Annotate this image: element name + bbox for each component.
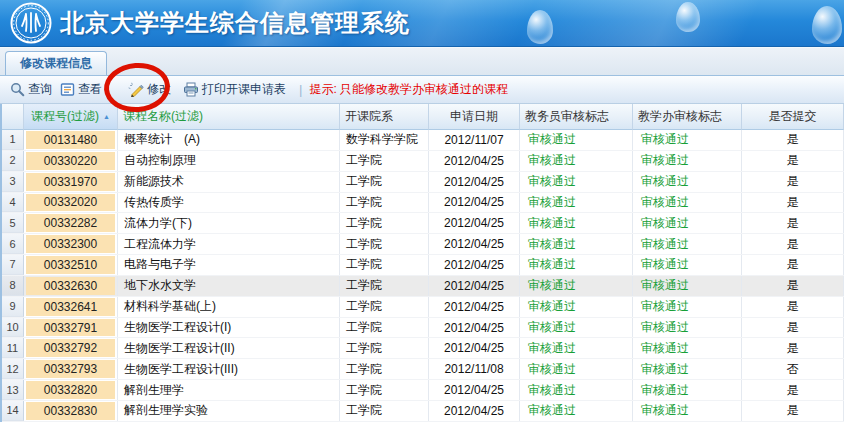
table-row[interactable]: 3 00331970 新能源技术 工学院 2012/04/25 审核通过 审核通… <box>2 172 844 193</box>
toolbar-separator: | <box>299 82 302 97</box>
apply-date-cell: 2012/11/07 <box>429 130 520 150</box>
tab-modify-course-info[interactable]: 修改课程信息 <box>5 51 107 75</box>
row-number-cell: 2 <box>2 151 24 171</box>
table-row[interactable]: 2 00330220 自动控制原理 工学院 2012/04/25 审核通过 审核… <box>2 151 844 172</box>
course-name-cell[interactable]: 解剖生理学实验 <box>118 401 340 421</box>
course-id-cell[interactable]: 00332020 <box>24 193 118 213</box>
course-id-cell[interactable]: 00332510 <box>24 255 118 275</box>
course-id-cell[interactable]: 00332820 <box>24 380 118 400</box>
department-cell: 工学院 <box>340 401 429 421</box>
office-review-cell: 审核通过 <box>633 359 742 379</box>
staff-review-cell: 审核通过 <box>520 276 633 296</box>
course-id-cell[interactable]: 00332282 <box>24 213 118 233</box>
header-office-review[interactable]: 教学办审核标志 <box>633 104 742 130</box>
course-name-cell[interactable]: 概率统计 (A) <box>118 130 340 150</box>
course-name-cell[interactable]: 生物医学工程设计(III) <box>118 359 340 379</box>
view-button[interactable]: 查看 <box>56 79 106 100</box>
apply-date-cell: 2012/04/25 <box>429 151 520 171</box>
apply-date-cell: 2012/04/25 <box>429 276 520 296</box>
submitted-cell: 是 <box>742 213 844 233</box>
table-row[interactable]: 6 00332300 工程流体力学 工学院 2012/04/25 审核通过 审核… <box>2 234 844 255</box>
office-review-cell: 审核通过 <box>633 318 742 338</box>
modify-button[interactable]: 修改 <box>124 79 175 100</box>
water-drop-icon <box>812 6 842 44</box>
staff-review-cell: 审核通过 <box>520 213 633 233</box>
print-application-button[interactable]: 打印开课申请表 <box>179 79 290 100</box>
table-row[interactable]: 11 00332792 生物医学工程设计(II) 工学院 2012/04/25 … <box>2 338 844 359</box>
table-row[interactable]: 7 00332510 电路与电子学 工学院 2012/04/25 审核通过 审核… <box>2 255 844 276</box>
header-staff-review[interactable]: 教务员审核标志 <box>520 104 633 130</box>
course-name-cell[interactable]: 流体力学(下) <box>118 213 340 233</box>
header-submitted[interactable]: 是否提交 <box>742 104 844 130</box>
apply-date-cell: 2012/04/25 <box>429 318 520 338</box>
row-number-cell: 14 <box>2 401 24 421</box>
course-name-cell[interactable]: 电路与电子学 <box>118 255 340 275</box>
course-name-cell[interactable]: 材料科学基础(上) <box>118 297 340 317</box>
table-row[interactable]: 1 00131480 概率统计 (A) 数学科学学院 2012/11/07 审核… <box>2 130 844 151</box>
course-id-cell[interactable]: 00332300 <box>24 234 118 254</box>
apply-date-cell: 2012/04/25 <box>429 255 520 275</box>
table-row[interactable]: 8 00332630 地下水水文学 工学院 2012/04/25 审核通过 审核… <box>2 276 844 297</box>
submitted-cell: 是 <box>742 380 844 400</box>
office-review-cell: 审核通过 <box>633 130 742 150</box>
row-number-cell: 9 <box>2 297 24 317</box>
course-id-cell[interactable]: 00131480 <box>24 130 118 150</box>
table-row[interactable]: 10 00332791 生物医学工程设计(I) 工学院 2012/04/25 审… <box>2 318 844 339</box>
course-id-cell[interactable]: 00332793 <box>24 359 118 379</box>
staff-review-cell: 审核通过 <box>520 380 633 400</box>
page-title: 北京大学学生综合信息管理系统 <box>60 7 410 39</box>
apply-date-cell: 2012/04/25 <box>429 193 520 213</box>
staff-review-cell: 审核通过 <box>520 151 633 171</box>
query-button[interactable]: 查询 <box>6 79 56 100</box>
table-row[interactable]: 5 00332282 流体力学(下) 工学院 2012/04/25 审核通过 审… <box>2 213 844 234</box>
office-review-cell: 审核通过 <box>633 401 742 421</box>
course-name-cell[interactable]: 新能源技术 <box>118 172 340 192</box>
course-id-cell[interactable]: 00332641 <box>24 297 118 317</box>
course-name-cell[interactable]: 自动控制原理 <box>118 151 340 171</box>
staff-review-cell: 审核通过 <box>520 401 633 421</box>
row-number-cell: 11 <box>2 338 24 358</box>
app-header: 北京大学学生综合信息管理系统 <box>0 0 844 47</box>
course-id-cell[interactable]: 00330220 <box>24 151 118 171</box>
water-drop-icon <box>527 10 553 44</box>
course-name-cell[interactable]: 地下水水文学 <box>118 276 340 296</box>
apply-date-cell: 2012/11/08 <box>429 359 520 379</box>
row-number-cell: 3 <box>2 172 24 192</box>
submitted-cell: 否 <box>742 359 844 379</box>
course-name-cell[interactable]: 传热传质学 <box>118 193 340 213</box>
course-id-cell[interactable]: 00332830 <box>24 401 118 421</box>
department-cell: 数学科学学院 <box>340 130 429 150</box>
office-review-cell: 审核通过 <box>633 380 742 400</box>
header-department[interactable]: 开课院系 <box>340 104 429 130</box>
submitted-cell: 是 <box>742 172 844 192</box>
course-id-cell[interactable]: 00332792 <box>24 338 118 358</box>
course-name-cell[interactable]: 生物医学工程设计(I) <box>118 318 340 338</box>
table-row[interactable]: 4 00332020 传热传质学 工学院 2012/04/25 审核通过 审核通… <box>2 193 844 214</box>
printer-icon <box>183 82 199 97</box>
apply-date-cell: 2012/04/25 <box>429 234 520 254</box>
submitted-cell: 是 <box>742 297 844 317</box>
office-review-cell: 审核通过 <box>633 151 742 171</box>
course-id-cell[interactable]: 00332791 <box>24 318 118 338</box>
office-review-cell: 审核通过 <box>633 297 742 317</box>
office-review-cell: 审核通过 <box>633 234 742 254</box>
staff-review-cell: 审核通过 <box>520 193 633 213</box>
course-id-cell[interactable]: 00331970 <box>24 172 118 192</box>
department-cell: 工学院 <box>340 151 429 171</box>
header-course-name[interactable]: 课程名称(过滤) <box>118 104 340 130</box>
course-id-cell[interactable]: 00332630 <box>24 276 118 296</box>
row-number-cell: 6 <box>2 234 24 254</box>
table-row[interactable]: 12 00332793 生物医学工程设计(III) 工学院 2012/11/08… <box>2 359 844 380</box>
apply-date-cell: 2012/04/25 <box>429 213 520 233</box>
course-name-cell[interactable]: 生物医学工程设计(II) <box>118 338 340 358</box>
table-row[interactable]: 9 00332641 材料科学基础(上) 工学院 2012/04/25 审核通过… <box>2 297 844 318</box>
submitted-cell: 是 <box>742 318 844 338</box>
table-row[interactable]: 14 00332830 解剖生理学实验 工学院 2012/04/25 审核通过 … <box>2 401 844 422</box>
print-button-label: 打印开课申请表 <box>202 81 286 98</box>
course-name-cell[interactable]: 工程流体力学 <box>118 234 340 254</box>
modify-button-label: 修改 <box>147 81 171 98</box>
header-apply-date[interactable]: 申请日期 <box>429 104 520 130</box>
table-row[interactable]: 13 00332820 解剖生理学 工学院 2012/04/25 审核通过 审核… <box>2 380 844 401</box>
header-course-id[interactable]: 课程号(过滤) ▲ <box>24 104 118 130</box>
course-name-cell[interactable]: 解剖生理学 <box>118 380 340 400</box>
